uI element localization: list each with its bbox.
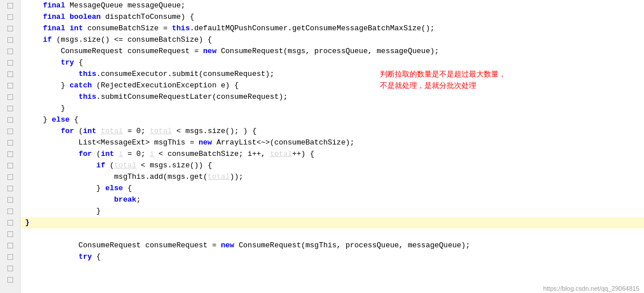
gutter-row: [0, 23, 21, 34]
code-token: [65, 23, 70, 34]
code-line: for (int total = 0; total < msgs.size();…: [21, 126, 644, 137]
gutter-row: [0, 183, 21, 194]
editor-container: final MessageQueue messageQueue; final b…: [0, 0, 644, 293]
code-token: this: [172, 23, 189, 34]
code-line: try {: [21, 57, 644, 69]
code-token: [25, 126, 60, 137]
gutter-row: [0, 80, 21, 91]
gutter-row: [0, 91, 21, 103]
code-token: (: [105, 160, 114, 171]
code-token: }: [25, 80, 70, 91]
gutter-icon: [7, 106, 13, 111]
gutter-row: [0, 263, 21, 274]
code-token: (RejectedExecutionException e) {: [92, 80, 238, 91]
code-token: int: [70, 23, 83, 34]
code-token: final: [43, 11, 65, 23]
code-token: else: [52, 114, 70, 126]
gutter-icon: [7, 197, 13, 203]
gutter-row: [0, 148, 21, 160]
code-token: try: [60, 57, 74, 69]
gutter-icon: [7, 220, 13, 226]
gutter-icon: [7, 174, 13, 180]
gutter-icon: [7, 277, 13, 283]
gutter-icon: [7, 254, 13, 260]
code-token: ConsumeRequest consumeRequest =: [25, 46, 203, 57]
gutter-icon: [7, 94, 13, 100]
code-token: final: [43, 0, 65, 11]
code-token: [25, 251, 79, 263]
gutter-icon: [7, 26, 13, 31]
code-token: {: [74, 57, 83, 69]
code-token: [96, 126, 101, 137]
code-token: [25, 34, 43, 46]
code-token: ConsumeRequest consumeRequest =: [25, 240, 221, 251]
gutter-icon: [7, 266, 13, 271]
code-token: consumeBatchSize =: [83, 23, 172, 34]
code-line: try {: [21, 251, 644, 263]
code-token: msgThis.add(msgs.get(: [25, 171, 208, 183]
code-token: [25, 160, 96, 171]
code-token: total: [270, 148, 292, 160]
code-token: final: [43, 23, 65, 34]
code-token: if: [43, 34, 52, 46]
gutter-icon: [7, 3, 13, 9]
gutter-row: [0, 0, 21, 11]
code-token: < consumeBatchSize; i++,: [154, 148, 270, 160]
code-line: break;: [21, 194, 644, 206]
code-line: final boolean dispatchToConsume) {: [21, 11, 644, 23]
gutter-row: [0, 46, 21, 57]
gutter-row: [0, 69, 21, 80]
code-area[interactable]: final MessageQueue messageQueue; final b…: [21, 0, 644, 293]
code-token: (: [92, 148, 101, 160]
code-line-with-annotation: } catch (RejectedExecutionException e) {…: [21, 80, 644, 91]
code-token: = 0;: [123, 126, 150, 137]
code-token: }: [25, 217, 30, 228]
gutter-row: [0, 228, 21, 240]
gutter-icon: [7, 60, 13, 66]
code-token: = 0;: [123, 148, 150, 160]
code-token: List<MessageExt> msgThis =: [25, 137, 199, 148]
code-token: this: [79, 69, 96, 80]
code-token: new: [203, 46, 216, 57]
gutter-row: [0, 217, 21, 228]
code-line: [21, 228, 644, 240]
watermark: https://blog.csdn.net/qq_29064815: [543, 285, 639, 292]
code-token: [25, 69, 79, 80]
code-token: }: [25, 103, 65, 114]
code-line: if (msgs.size() <= consumeBatchSize) {: [21, 34, 644, 46]
gutter-row: [0, 103, 21, 114]
code-line: final int consumeBatchSize = this.defaul…: [21, 23, 644, 34]
code-line: this.submitConsumeRequestLater(consumeRe…: [21, 91, 644, 103]
code-token: else: [105, 183, 123, 194]
gutter-icon: [7, 163, 13, 168]
code-token: i: [119, 148, 123, 160]
code-token: catch: [70, 80, 92, 91]
code-token: int: [101, 148, 114, 160]
code-token: {: [70, 114, 79, 126]
code-token: (msgs.size() <= consumeBatchSize) {: [52, 34, 212, 46]
code-token: total: [208, 171, 230, 183]
gutter-icon: [7, 37, 13, 43]
gutter-icon: [7, 117, 13, 123]
code-token: ConsumeRequest(msgs, processQueue, messa…: [216, 46, 439, 57]
code-token: i: [149, 148, 154, 160]
code-token: {: [92, 251, 101, 263]
gutter-row: [0, 251, 21, 263]
code-token: [25, 23, 43, 34]
code-token: total: [101, 126, 123, 137]
code-token: new: [199, 137, 212, 148]
gutter-row: [0, 126, 21, 137]
gutter-row: [0, 171, 21, 183]
gutter-icon: [7, 243, 13, 248]
code-token: ));: [230, 171, 243, 183]
gutter-icon: [7, 208, 13, 214]
code-token: [25, 11, 43, 23]
gutter-icon: [7, 83, 13, 89]
code-line: } else {: [21, 114, 644, 126]
code-line: ConsumeRequest consumeRequest = new Cons…: [21, 46, 644, 57]
code-line: for (int i = 0; i < consumeBatchSize; i+…: [21, 148, 644, 160]
code-token: boolean: [70, 11, 101, 23]
annotation-line2: 不是就处理，是就分批次处理: [380, 80, 476, 91]
gutter-icon: [7, 129, 13, 134]
gutter-row: [0, 34, 21, 46]
